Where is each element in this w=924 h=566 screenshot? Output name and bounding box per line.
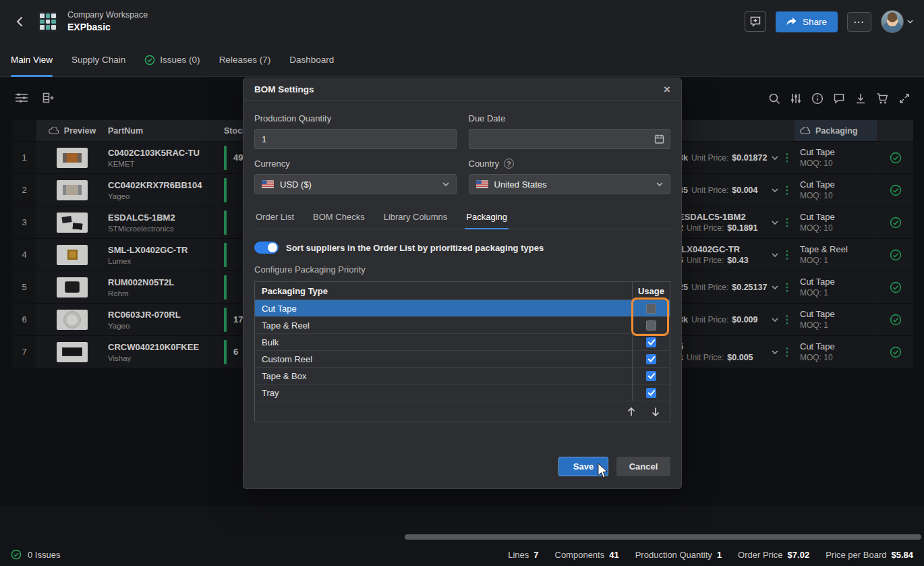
move-up-icon[interactable] xyxy=(627,407,636,417)
stock-level-bar xyxy=(224,243,227,267)
packaging-priority-table: Packaging Type Usage Cut Tape Tape & Ree… xyxy=(254,281,670,422)
help-icon[interactable] xyxy=(504,159,514,169)
stock-level-bar xyxy=(224,340,227,364)
kebab-menu-icon[interactable] xyxy=(780,151,795,164)
part-preview-image[interactable] xyxy=(57,213,88,233)
tab-main-view[interactable]: Main View xyxy=(11,43,53,77)
expand-icon[interactable] xyxy=(898,92,911,105)
part-preview-image[interactable] xyxy=(57,148,88,168)
us-flag-icon xyxy=(262,180,274,188)
manufacturer: Rohm xyxy=(108,289,224,298)
priority-row-tape-box[interactable]: Tape & Box xyxy=(255,368,670,385)
row-index: 7 xyxy=(12,336,36,368)
kebab-menu-icon[interactable] xyxy=(780,281,795,293)
kebab-menu-icon[interactable] xyxy=(780,313,795,326)
chevron-down-icon[interactable] xyxy=(772,156,778,160)
part-preview-image[interactable] xyxy=(57,245,88,265)
kebab-menu-icon[interactable] xyxy=(780,216,795,229)
user-menu[interactable] xyxy=(881,10,913,33)
kebab-menu-icon[interactable] xyxy=(780,183,795,196)
display-settings-icon[interactable] xyxy=(15,92,28,103)
col-header-partnum[interactable]: PartNum xyxy=(108,120,224,141)
feedback-button[interactable] xyxy=(745,11,766,32)
due-date-input[interactable] xyxy=(476,134,664,144)
usage-checkbox[interactable] xyxy=(646,371,656,381)
priority-row-bulk[interactable]: Bulk xyxy=(255,334,670,351)
tab-releases[interactable]: Releases (7) xyxy=(219,43,271,77)
stat-price-per-board: Price per Board$5.84 xyxy=(826,550,913,560)
download-icon[interactable] xyxy=(855,92,867,105)
move-down-icon[interactable] xyxy=(651,407,660,417)
offer-cell: 45Unit Price:$0.004 xyxy=(678,186,780,195)
usage-checkbox[interactable] xyxy=(646,304,656,314)
usage-checkbox[interactable] xyxy=(646,388,656,398)
currency-value: USD ($) xyxy=(280,179,312,190)
share-button[interactable]: Share xyxy=(776,11,838,32)
chevron-down-icon[interactable] xyxy=(772,221,778,225)
offer-cell: 3kUnit Price:$0.01872 xyxy=(678,153,780,163)
save-button[interactable]: Save xyxy=(558,457,608,476)
usage-checkbox[interactable] xyxy=(646,320,656,331)
priority-row-tray[interactable]: Tray xyxy=(255,385,670,401)
cancel-button[interactable]: Cancel xyxy=(616,457,670,476)
currency-label: Currency xyxy=(254,159,457,169)
stat-order-price: Order Price$7.02 xyxy=(738,550,809,560)
packaging-cell: Cut TapeMOQ: 10 xyxy=(795,212,877,233)
usage-checkbox[interactable] xyxy=(646,337,656,347)
part-number: RC0603JR-070RL xyxy=(108,310,224,320)
chevron-down-icon[interactable] xyxy=(772,350,778,354)
chevron-down-icon[interactable] xyxy=(772,253,778,257)
sort-suppliers-toggle[interactable] xyxy=(254,242,279,254)
part-preview-image[interactable] xyxy=(57,310,88,330)
horizontal-scrollbar[interactable] xyxy=(405,534,921,540)
info-icon[interactable] xyxy=(811,92,824,105)
filter-sliders-icon[interactable] xyxy=(790,92,802,105)
cart-icon[interactable] xyxy=(876,92,889,105)
row-index: 2 xyxy=(12,174,36,206)
comment-plus-icon xyxy=(750,16,761,27)
packaging-cell: Cut TapeMOQ: 10 xyxy=(795,147,877,168)
chevron-down-icon[interactable] xyxy=(772,285,778,289)
tab-supply-chain[interactable]: Supply Chain xyxy=(71,43,125,77)
part-number: RUM002N05T2L xyxy=(108,277,224,287)
kebab-menu-icon[interactable] xyxy=(780,248,795,261)
add-part-icon[interactable] xyxy=(42,92,54,104)
tab-bom-checks[interactable]: BOM Checks xyxy=(312,206,366,229)
comments-icon[interactable] xyxy=(833,92,845,105)
more-options-button[interactable] xyxy=(847,12,871,32)
offer-cell: ESDALC5-1BM2 2Unit Price:$0.1891 xyxy=(678,212,780,233)
country-select[interactable]: United States xyxy=(469,174,671,194)
share-label: Share xyxy=(803,17,827,27)
currency-select[interactable]: USD ($) xyxy=(254,174,457,194)
close-icon[interactable] xyxy=(664,84,670,95)
row-index: 3 xyxy=(12,206,36,238)
search-icon[interactable] xyxy=(768,92,780,105)
back-button[interactable] xyxy=(11,11,28,32)
view-tabs: Main View Supply Chain Issues (0) Releas… xyxy=(0,43,924,77)
row-ok-icon xyxy=(890,217,902,229)
part-preview-image[interactable] xyxy=(57,342,88,362)
production-quantity-input[interactable] xyxy=(262,134,449,144)
dialog-title: BOM Settings xyxy=(254,84,314,94)
tab-packaging[interactable]: Packaging xyxy=(465,206,509,229)
chevron-down-icon[interactable] xyxy=(772,318,778,322)
chevron-down-icon[interactable] xyxy=(772,188,778,192)
row-ok-icon xyxy=(890,249,902,261)
tab-dashboard[interactable]: Dashboard xyxy=(289,43,334,77)
usage-checkbox[interactable] xyxy=(646,354,656,364)
calendar-icon[interactable] xyxy=(654,134,664,144)
row-ok-icon xyxy=(890,152,902,164)
part-preview-image[interactable] xyxy=(57,180,88,200)
tab-issues[interactable]: Issues (0) xyxy=(144,43,200,77)
part-preview-image[interactable] xyxy=(57,277,88,298)
packaging-cell: Cut TapeMOQ: 10 xyxy=(795,179,877,200)
priority-row-custom-reel[interactable]: Custom Reel xyxy=(255,351,670,368)
col-header-packaging[interactable]: Packaging xyxy=(795,120,877,141)
kebab-menu-icon[interactable] xyxy=(780,345,795,358)
priority-row-cut-tape[interactable]: Cut Tape xyxy=(255,300,670,317)
country-label: Country xyxy=(469,159,500,169)
tab-order-list[interactable]: Order List xyxy=(254,206,295,229)
tab-library-columns[interactable]: Library Columns xyxy=(382,206,449,229)
priority-row-tape-reel[interactable]: Tape & Reel xyxy=(255,317,670,334)
col-header-preview[interactable]: Preview xyxy=(36,120,108,141)
